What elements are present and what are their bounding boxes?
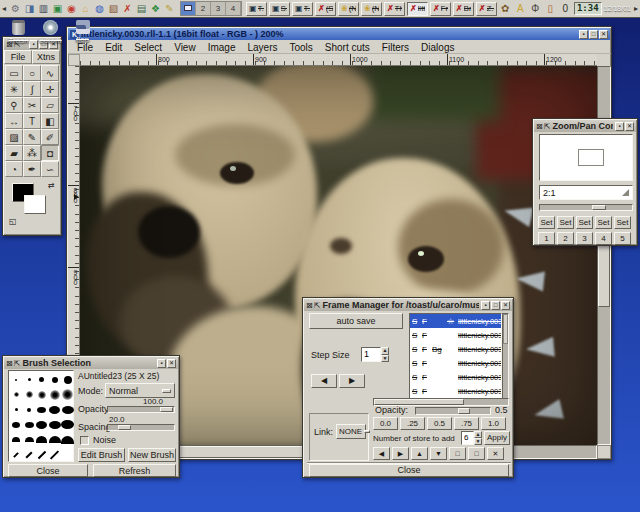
task-button[interactable]: ✗litt... bbox=[407, 2, 428, 16]
frame-manager-titlebar[interactable]: ⊠⇱ Frame Manager for /toast/u/caro/muse/… bbox=[304, 299, 512, 311]
fuzzy-select-tool[interactable]: ✳ bbox=[5, 81, 23, 97]
frame-list[interactable]: SF☆littlenicky.0030.rllSFlittlenicky.003… bbox=[409, 313, 502, 401]
frame-nav-button[interactable]: ◀ bbox=[373, 447, 390, 460]
step-size-input[interactable]: 1 bbox=[361, 347, 381, 362]
frame-row[interactable]: SFlittlenicky.0034.rll bbox=[410, 370, 501, 384]
move-tool[interactable]: ✛ bbox=[41, 81, 59, 97]
rect-select-tool[interactable]: ▭ bbox=[5, 65, 23, 81]
frame-step-button[interactable]: ◀ bbox=[311, 374, 337, 388]
brush-cell[interactable] bbox=[48, 387, 61, 402]
pin-icon[interactable]: ⇱ bbox=[14, 359, 21, 368]
brush-cell[interactable] bbox=[36, 372, 49, 387]
task-button[interactable]: ❀(N... bbox=[361, 2, 382, 16]
terminal-icon[interactable]: ▣ bbox=[51, 2, 64, 15]
desktop-count[interactable]: 0 bbox=[559, 2, 572, 15]
task-button[interactable]: ✗Th... bbox=[384, 2, 405, 16]
brush-cell[interactable] bbox=[23, 372, 36, 387]
menu-tools[interactable]: Tools bbox=[284, 42, 317, 53]
noise-checkbox[interactable] bbox=[80, 436, 89, 445]
pencil-tool[interactable]: ✎ bbox=[23, 129, 41, 145]
brush-cell[interactable] bbox=[61, 447, 74, 462]
frame-nav-button[interactable]: □ bbox=[468, 447, 485, 460]
brush-cell[interactable] bbox=[61, 432, 74, 447]
zoom-pan-titlebar[interactable]: ⊠⇱ Zoom/Pan Control ▪✕ bbox=[534, 120, 636, 132]
menu-select[interactable]: Select bbox=[129, 42, 167, 53]
ink-tool[interactable]: ✒ bbox=[23, 161, 41, 177]
menu-edit[interactable]: Edit bbox=[100, 42, 127, 53]
pin-icon[interactable]: ⇱ bbox=[544, 122, 551, 131]
close-button[interactable]: Close bbox=[8, 464, 88, 477]
display-icon[interactable]: ▤ bbox=[135, 2, 148, 15]
blur-tool[interactable]: ◔ bbox=[5, 161, 23, 177]
keyboard-layout-icon[interactable]: A bbox=[514, 2, 527, 15]
brush-cell[interactable] bbox=[23, 432, 36, 447]
slider-thumb[interactable] bbox=[592, 205, 606, 210]
toolbox-menu-file[interactable]: File bbox=[4, 50, 32, 64]
edit-brush-button[interactable]: Edit Brush bbox=[78, 448, 125, 462]
konsole-icon[interactable]: ▥ bbox=[37, 2, 50, 15]
frame-nav-button[interactable]: ✕ bbox=[487, 447, 504, 460]
frame-row[interactable]: SFlittlenicky.0033.rll bbox=[410, 356, 501, 370]
close-button[interactable]: ✕ bbox=[599, 30, 608, 39]
leaf-icon[interactable]: ❖ bbox=[149, 2, 162, 15]
home-icon[interactable]: ⌂ bbox=[79, 2, 92, 15]
image-window-titlebar[interactable]: K littlenicky.0030.rll-1.1 (16bit float … bbox=[68, 28, 610, 40]
brush-cell[interactable] bbox=[61, 387, 74, 402]
browser-icon[interactable]: ◍ bbox=[93, 2, 106, 15]
brush-cell[interactable] bbox=[23, 387, 36, 402]
close-button[interactable]: Close bbox=[309, 464, 509, 477]
frame-nav-button[interactable]: ▶ bbox=[392, 447, 409, 460]
set-button-3[interactable]: Set bbox=[576, 216, 593, 229]
task-button[interactable]: ✗Z... bbox=[476, 2, 497, 16]
brush-cell[interactable] bbox=[48, 372, 61, 387]
clock[interactable]: 1:34 bbox=[574, 2, 602, 15]
brush-cell[interactable] bbox=[61, 417, 74, 432]
zoom-preset-4[interactable]: 4 bbox=[595, 232, 612, 245]
frame-step-button[interactable]: ▶ bbox=[339, 374, 365, 388]
task-button[interactable]: ✗Fr... bbox=[430, 2, 451, 16]
logout-icon[interactable]: Φ bbox=[529, 2, 542, 15]
pager-desktop-4[interactable]: 4 bbox=[226, 2, 241, 15]
pager-desktop-1[interactable] bbox=[181, 2, 196, 15]
brush-selection-titlebar[interactable]: ⊠⇱ Brush Selection ▪✕ bbox=[4, 357, 178, 369]
eraser-tool[interactable]: ▰ bbox=[5, 145, 23, 161]
zoom-preview[interactable] bbox=[539, 134, 633, 181]
pager-desktop-2[interactable]: 2 bbox=[196, 2, 211, 15]
klipper-icon[interactable]: ▯ bbox=[544, 2, 557, 15]
zoom-preset-2[interactable]: 2 bbox=[557, 232, 574, 245]
task-button[interactable]: ▣T... bbox=[246, 2, 267, 16]
minimize-button[interactable]: ▪ bbox=[615, 122, 624, 131]
brush-cell[interactable] bbox=[10, 372, 23, 387]
slider-thumb[interactable] bbox=[458, 408, 470, 414]
brush-cell[interactable] bbox=[23, 447, 36, 462]
menu-layers[interactable]: Layers bbox=[242, 42, 282, 53]
brush-grid[interactable] bbox=[8, 370, 74, 462]
close-button[interactable]: ✕ bbox=[501, 301, 510, 310]
pen-icon[interactable]: ✎ bbox=[163, 2, 176, 15]
brush-cell[interactable] bbox=[48, 432, 61, 447]
brush-cell[interactable] bbox=[10, 402, 23, 417]
brush-cell[interactable] bbox=[48, 447, 61, 462]
task-button[interactable]: ✗(S... bbox=[315, 2, 336, 16]
brush-cell[interactable] bbox=[61, 372, 74, 387]
panel-hide-left-icon[interactable]: ◂ bbox=[1, 4, 7, 13]
frame-nav-button[interactable]: ▲ bbox=[411, 447, 428, 460]
step-size-spinner[interactable]: ▲▼ bbox=[381, 347, 389, 362]
desktop-floppy-icon[interactable]: flop bbox=[68, 20, 97, 45]
package-icon[interactable]: ▧ bbox=[107, 2, 120, 15]
text-tool[interactable]: T bbox=[23, 113, 41, 129]
panel-hide-right-icon[interactable]: ▸ bbox=[633, 4, 639, 13]
opacity-preset-button[interactable]: 0.0 bbox=[373, 417, 398, 430]
bezier-select-tool[interactable]: ∫ bbox=[23, 81, 41, 97]
minimize-button[interactable]: ▪ bbox=[157, 359, 166, 368]
pager-desktop-3[interactable]: 3 bbox=[211, 2, 226, 15]
kmenu-icon[interactable]: ⚙ bbox=[9, 2, 22, 15]
slider-thumb[interactable] bbox=[160, 407, 173, 412]
smudge-tool[interactable]: ∽ bbox=[41, 161, 59, 177]
brush-opacity-slider[interactable] bbox=[107, 406, 175, 413]
frame-row[interactable]: SF☆littlenicky.0030.rll bbox=[410, 314, 501, 328]
frame-list-scrollbar[interactable] bbox=[502, 313, 509, 401]
zoom-ratio-combo[interactable]: 2:1 bbox=[539, 185, 633, 200]
scrollbar-thumb[interactable] bbox=[503, 314, 508, 344]
zoom-preset-3[interactable]: 3 bbox=[576, 232, 593, 245]
